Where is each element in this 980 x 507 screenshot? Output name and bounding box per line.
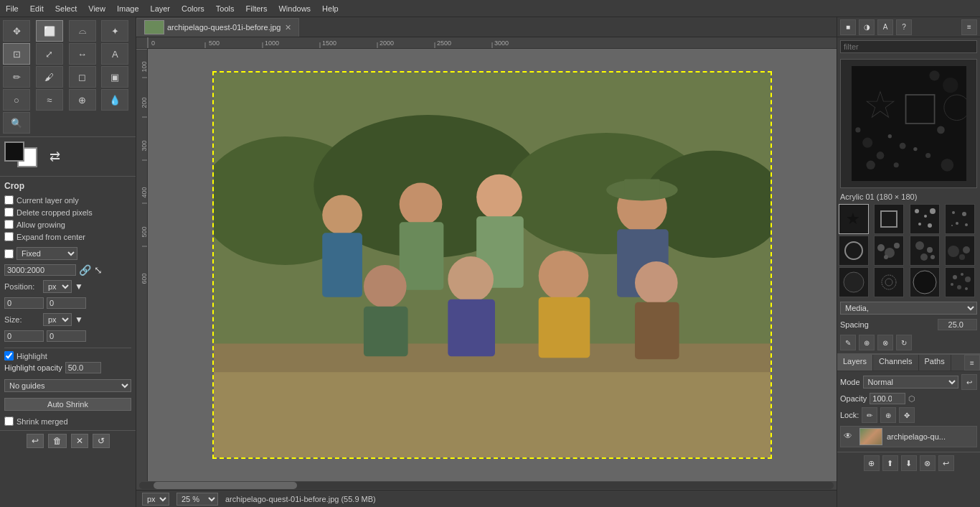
brush-cell-6[interactable] (910, 236, 940, 266)
layers-tab[interactable]: Layers (837, 355, 873, 371)
tool-move[interactable]: ✥ (3, 20, 30, 42)
lock-all-icon[interactable]: ✥ (899, 407, 915, 423)
canvas-scroll[interactable] (148, 49, 837, 481)
tool-fuzzy-select[interactable]: ✦ (101, 20, 128, 42)
brush-cell-0[interactable]: ★ (839, 204, 869, 234)
brush-cell-1[interactable] (874, 204, 904, 234)
tool-erase[interactable]: ◻ (69, 66, 96, 88)
zoom-select[interactable]: 25 % 50 % 75 % 100 % (176, 493, 218, 506)
tool-flip[interactable]: ↔ (69, 43, 96, 65)
tool-transform[interactable]: ⤢ (36, 43, 63, 65)
opacity-input[interactable] (870, 393, 905, 404)
rp-help-icon[interactable]: ? (896, 19, 912, 35)
menu-colors[interactable]: Colors (176, 3, 210, 14)
layer-visibility-icon[interactable]: 👁 (844, 431, 855, 442)
canvas-tab[interactable]: archipelago-quest-01i-before.jpg ✕ (136, 18, 299, 37)
toolbox-reset-button[interactable]: ↺ (93, 434, 110, 448)
lock-position-icon[interactable]: ⊕ (880, 407, 896, 423)
brush-refresh-icon[interactable]: ↻ (896, 335, 912, 350)
tool-dodge[interactable]: ○ (3, 89, 30, 111)
tool-crop[interactable]: ⊡ (3, 43, 30, 65)
toolbox-delete-button[interactable]: 🗑 (48, 434, 67, 448)
toolbox-cancel-button[interactable]: ✕ (71, 434, 88, 448)
size-dropdown-icon[interactable]: ▼ (75, 315, 83, 325)
layers-panel-menu[interactable]: ≡ (964, 355, 980, 371)
rp-menu-icon[interactable]: ≡ (961, 19, 977, 35)
guides-select[interactable]: No guides (4, 379, 131, 392)
delete-layer-button[interactable]: ↩ (938, 455, 954, 471)
tool-text[interactable]: A (101, 43, 128, 65)
mode-select[interactable]: Normal (863, 376, 958, 389)
allow-growing-checkbox[interactable] (4, 220, 14, 229)
fixed-checkbox[interactable] (4, 249, 14, 259)
brush-cell-11[interactable] (945, 267, 975, 297)
swap-colors-icon[interactable]: ⇄ (50, 149, 60, 164)
menu-help[interactable]: Help (316, 3, 344, 14)
layer-item[interactable]: 👁 archipelago-qu... (840, 426, 977, 447)
tool-clone[interactable]: ⊕ (69, 89, 96, 111)
dimension-input[interactable] (4, 264, 76, 276)
raise-layer-button[interactable]: ⬆ (882, 455, 898, 471)
tool-paint[interactable]: 🖌 (36, 66, 63, 88)
tool-rect-select[interactable]: ⬜ (36, 20, 63, 42)
position-unit-select[interactable]: px (43, 280, 72, 293)
brush-cell-8[interactable] (839, 267, 869, 297)
menu-select[interactable]: Select (50, 3, 83, 14)
size-y-input[interactable] (47, 330, 86, 342)
rp-text-icon[interactable]: A (877, 19, 893, 35)
brush-cell-4[interactable] (839, 236, 869, 266)
foreground-color-swatch[interactable] (4, 141, 24, 162)
menu-file[interactable]: File (0, 3, 24, 14)
size-unit-select[interactable]: px (43, 313, 72, 326)
brush-cell-9[interactable] (874, 267, 904, 297)
highlight-opacity-input[interactable] (65, 362, 101, 373)
tool-zoom[interactable]: 🔍 (3, 112, 30, 134)
size-x-input[interactable] (4, 330, 44, 342)
menu-layer[interactable]: Layer (145, 3, 176, 14)
fixed-type-select[interactable]: Fixed Aspect ratio (17, 247, 77, 260)
brush-edit-icon[interactable]: ✎ (840, 335, 856, 350)
brush-cell-3[interactable] (945, 204, 975, 234)
brush-cell-10[interactable] (910, 267, 940, 297)
menu-image[interactable]: Image (111, 3, 145, 14)
brush-delete-icon[interactable]: ⊗ (877, 335, 893, 350)
tool-fill[interactable]: ▣ (101, 66, 128, 88)
horizontal-scrollbar[interactable] (136, 481, 837, 490)
reset-mode-icon[interactable]: ↩ (961, 374, 977, 390)
lower-layer-button[interactable]: ⬇ (901, 455, 917, 471)
brush-filter-input[interactable] (840, 40, 977, 53)
position-x-input[interactable] (4, 297, 44, 309)
new-layer-button[interactable]: ⊕ (864, 455, 880, 471)
menu-windows[interactable]: Windows (273, 3, 316, 14)
spacing-input[interactable] (938, 319, 977, 330)
position-y-input[interactable] (47, 297, 86, 309)
duplicate-layer-button[interactable]: ⊗ (920, 455, 936, 471)
unit-select[interactable]: px (142, 493, 169, 506)
current-layer-only-checkbox[interactable] (4, 195, 14, 205)
toolbox-restore-button[interactable]: ↩ (27, 434, 44, 448)
media-select[interactable]: Media, (840, 302, 977, 315)
delete-cropped-pixels-checkbox[interactable] (4, 208, 14, 217)
tool-lasso[interactable]: ⌓ (69, 20, 96, 42)
expand-from-center-checkbox[interactable] (4, 232, 14, 241)
rp-halftone-icon[interactable]: ◑ (859, 19, 875, 35)
menu-view[interactable]: View (83, 3, 111, 14)
tab-close-icon[interactable]: ✕ (285, 23, 291, 32)
auto-shrink-button[interactable]: Auto Shrink (4, 398, 131, 411)
position-dropdown-icon[interactable]: ▼ (75, 282, 83, 292)
highlight-checkbox[interactable] (4, 351, 14, 361)
menu-edit[interactable]: Edit (24, 3, 50, 14)
lock-edit-icon[interactable]: ✏ (862, 407, 877, 423)
menu-filters[interactable]: Filters (240, 3, 273, 14)
tool-pencil[interactable]: ✏ (3, 66, 30, 88)
menu-tools[interactable]: Tools (210, 3, 240, 14)
channels-tab[interactable]: Channels (873, 355, 918, 371)
brush-duplicate-icon[interactable]: ⊕ (859, 335, 875, 350)
paths-tab[interactable]: Paths (919, 355, 951, 371)
tool-eyedrop[interactable]: 💧 (101, 89, 128, 111)
brush-cell-2[interactable] (910, 204, 940, 234)
shrink-merged-checkbox[interactable] (4, 417, 14, 426)
tool-smudge[interactable]: ≈ (36, 89, 63, 111)
brush-cell-5[interactable] (874, 236, 904, 266)
rp-squares-icon[interactable]: ■ (840, 19, 856, 35)
